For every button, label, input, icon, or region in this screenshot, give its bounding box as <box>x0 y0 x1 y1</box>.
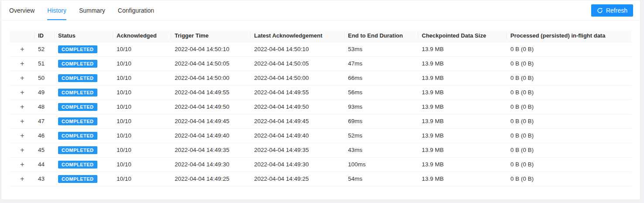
cell-checkpointed-data-size: 13.9 MB <box>418 114 507 128</box>
table-row: + 45 COMPLETED 10/10 2022-04-04 14:49:35… <box>10 143 631 157</box>
cell-end-to-end-duration: 93ms <box>344 100 418 114</box>
cell-end-to-end-duration: 69ms <box>344 114 418 128</box>
expand-row-button[interactable]: + <box>18 74 26 83</box>
expand-cell: + <box>10 85 34 100</box>
tab-overview[interactable]: Overview <box>9 0 34 20</box>
sync-icon <box>597 7 603 14</box>
column-header-acknowledged: Acknowledged <box>113 30 171 42</box>
cell-processed-in-flight: 0 B (0 B) <box>507 71 631 85</box>
column-header-checkpointed-data-size: Checkpointed Data Size <box>418 30 507 42</box>
cell-latest-acknowledgement: 2022-04-04 14:49:25 <box>251 172 344 186</box>
cell-latest-acknowledgement: 2022-04-04 14:49:45 <box>251 114 344 128</box>
cell-trigger-time: 2022-04-04 14:49:55 <box>171 85 251 100</box>
column-header-processed-in-flight: Processed (persisted) in-flight data <box>507 30 631 42</box>
cell-acknowledged: 10/10 <box>113 143 171 157</box>
cell-trigger-time: 2022-04-04 14:50:05 <box>171 56 251 71</box>
tab-history[interactable]: History <box>47 0 66 20</box>
expand-row-button[interactable]: + <box>18 103 26 111</box>
cell-end-to-end-duration: 56ms <box>344 85 418 100</box>
cell-status: COMPLETED <box>55 56 113 71</box>
expand-row-button[interactable]: + <box>18 160 26 169</box>
refresh-button[interactable]: Refresh <box>591 4 633 17</box>
cell-processed-in-flight: 0 B (0 B) <box>507 143 631 157</box>
status-badge: COMPLETED <box>58 60 97 68</box>
cell-trigger-time: 2022-04-04 14:49:25 <box>171 172 251 186</box>
expand-row-button[interactable]: + <box>18 59 26 68</box>
checkpoints-table: ID Status Acknowledged Trigger Time Late… <box>10 30 631 186</box>
table-row: + 49 COMPLETED 10/10 2022-04-04 14:49:55… <box>10 85 631 100</box>
cell-id: 44 <box>34 157 55 172</box>
cell-checkpointed-data-size: 13.9 MB <box>418 128 507 143</box>
cell-trigger-time: 2022-04-04 14:49:50 <box>171 100 251 114</box>
status-badge: COMPLETED <box>58 45 97 53</box>
cell-end-to-end-duration: 43ms <box>344 143 418 157</box>
cell-status: COMPLETED <box>55 172 113 186</box>
status-badge: COMPLETED <box>58 89 97 96</box>
column-header-status: Status <box>55 30 113 42</box>
expand-cell: + <box>10 143 34 157</box>
cell-acknowledged: 10/10 <box>113 85 171 100</box>
cell-checkpointed-data-size: 13.9 MB <box>418 85 507 100</box>
status-badge: COMPLETED <box>58 175 97 183</box>
checkpoints-panel: Overview History Summary Configuration R… <box>1 0 641 200</box>
table-row: + 50 COMPLETED 10/10 2022-04-04 14:50:00… <box>10 71 631 85</box>
cell-trigger-time: 2022-04-04 14:50:10 <box>171 42 251 56</box>
tab-summary[interactable]: Summary <box>79 0 105 20</box>
cell-latest-acknowledgement: 2022-04-04 14:49:30 <box>251 157 344 172</box>
cell-latest-acknowledgement: 2022-04-04 14:50:10 <box>251 42 344 56</box>
cell-id: 50 <box>34 71 55 85</box>
cell-id: 51 <box>34 56 55 71</box>
expand-row-button[interactable]: + <box>18 45 26 54</box>
cell-end-to-end-duration: 100ms <box>344 157 418 172</box>
cell-latest-acknowledgement: 2022-04-04 14:49:35 <box>251 143 344 157</box>
expand-cell: + <box>10 71 34 85</box>
expand-row-button[interactable]: + <box>18 131 26 140</box>
cell-checkpointed-data-size: 13.9 MB <box>418 157 507 172</box>
table-row: + 44 COMPLETED 10/10 2022-04-04 14:49:30… <box>10 157 631 172</box>
cell-processed-in-flight: 0 B (0 B) <box>507 114 631 128</box>
column-header-id: ID <box>34 30 55 42</box>
cell-checkpointed-data-size: 13.9 MB <box>418 100 507 114</box>
cell-acknowledged: 10/10 <box>113 56 171 71</box>
tab-configuration[interactable]: Configuration <box>118 0 154 20</box>
table-row: + 43 COMPLETED 10/10 2022-04-04 14:49:25… <box>10 172 631 186</box>
cell-acknowledged: 10/10 <box>113 172 171 186</box>
status-badge: COMPLETED <box>58 161 97 169</box>
cell-processed-in-flight: 0 B (0 B) <box>507 42 631 56</box>
table-row: + 47 COMPLETED 10/10 2022-04-04 14:49:45… <box>10 114 631 128</box>
cell-latest-acknowledgement: 2022-04-04 14:50:05 <box>251 56 344 71</box>
expand-cell: + <box>10 100 34 114</box>
cell-status: COMPLETED <box>55 100 113 114</box>
status-badge: COMPLETED <box>58 74 97 82</box>
expand-row-button[interactable]: + <box>18 146 26 155</box>
cell-status: COMPLETED <box>55 42 113 56</box>
cell-id: 49 <box>34 85 55 100</box>
expand-cell: + <box>10 114 34 128</box>
status-badge: COMPLETED <box>58 103 97 111</box>
column-header-trigger-time: Trigger Time <box>171 30 251 42</box>
expand-row-button[interactable]: + <box>18 175 26 183</box>
table-row: + 48 COMPLETED 10/10 2022-04-04 14:49:50… <box>10 100 631 114</box>
column-header-end-to-end-duration: End to End Duration <box>344 30 418 42</box>
tab-bar: Overview History Summary Configuration R… <box>1 0 640 21</box>
cell-trigger-time: 2022-04-04 14:49:40 <box>171 128 251 143</box>
cell-end-to-end-duration: 53ms <box>344 42 418 56</box>
expand-row-button[interactable]: + <box>18 88 26 97</box>
cell-checkpointed-data-size: 13.9 MB <box>418 42 507 56</box>
cell-processed-in-flight: 0 B (0 B) <box>507 157 631 172</box>
cell-trigger-time: 2022-04-04 14:49:45 <box>171 114 251 128</box>
status-badge: COMPLETED <box>58 117 97 125</box>
cell-end-to-end-duration: 52ms <box>344 128 418 143</box>
table-row: + 52 COMPLETED 10/10 2022-04-04 14:50:10… <box>10 42 631 56</box>
cell-latest-acknowledgement: 2022-04-04 14:49:40 <box>251 128 344 143</box>
cell-latest-acknowledgement: 2022-04-04 14:50:00 <box>251 71 344 85</box>
cell-checkpointed-data-size: 13.9 MB <box>418 172 507 186</box>
expand-row-button[interactable]: + <box>18 117 26 126</box>
cell-end-to-end-duration: 54ms <box>344 172 418 186</box>
history-content: ID Status Acknowledged Trigger Time Late… <box>1 21 640 186</box>
cell-acknowledged: 10/10 <box>113 71 171 85</box>
cell-status: COMPLETED <box>55 157 113 172</box>
cell-status: COMPLETED <box>55 114 113 128</box>
expand-cell: + <box>10 42 34 56</box>
cell-checkpointed-data-size: 13.9 MB <box>418 71 507 85</box>
